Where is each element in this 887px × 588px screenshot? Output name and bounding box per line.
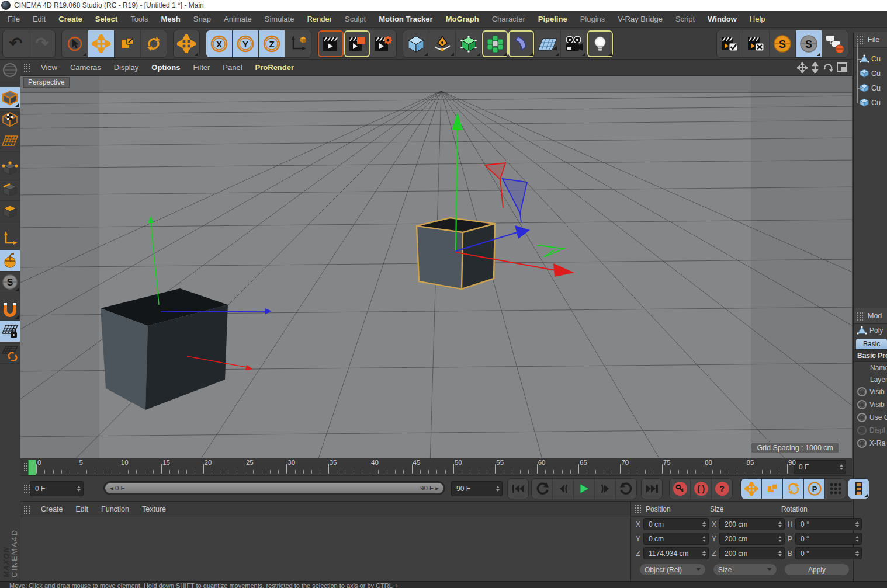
viewport-3d-scene[interactable]: Perspective Grid Spacing : 1000 cm bbox=[20, 76, 852, 458]
ruler-frame-field[interactable]: 0 F bbox=[794, 460, 846, 474]
render-to-picture-viewer-button[interactable] bbox=[344, 30, 370, 57]
menu-script[interactable]: Script bbox=[669, 15, 701, 23]
use-color-row[interactable]: Use C bbox=[854, 411, 887, 424]
viewport-solo-button[interactable]: S bbox=[0, 272, 20, 293]
sketch-and-toon-button[interactable]: S bbox=[769, 30, 795, 57]
tweak-mode-button[interactable] bbox=[0, 250, 20, 272]
toggle-view-icon[interactable] bbox=[837, 62, 847, 72]
xray-row[interactable]: X-Ra bbox=[854, 437, 887, 450]
apply-button[interactable]: Apply bbox=[785, 564, 849, 575]
polygons-mode-button[interactable] bbox=[0, 201, 20, 222]
menu-simulate[interactable]: Simulate bbox=[258, 15, 301, 23]
zoom-view-icon[interactable] bbox=[811, 62, 819, 73]
scale-tool-button[interactable] bbox=[114, 30, 140, 57]
render-settings-button[interactable] bbox=[370, 30, 396, 57]
undo-button[interactable]: ↶ bbox=[3, 30, 29, 57]
live-selection-button[interactable] bbox=[62, 30, 88, 57]
visible-renderer-toggle[interactable] bbox=[857, 400, 867, 409]
frame-range-inner[interactable]: ◂ 0 F 90 F ▸ bbox=[105, 483, 444, 493]
visible-editor-row[interactable]: Visib bbox=[854, 385, 887, 398]
viewport-menu-cameras[interactable]: Cameras bbox=[64, 63, 108, 72]
position-x-field[interactable]: 0 cm bbox=[643, 518, 709, 530]
render-view-button[interactable] bbox=[318, 30, 344, 57]
material-menu-edit[interactable]: Edit bbox=[70, 505, 95, 513]
attribute-manager-header[interactable]: Mod bbox=[854, 308, 887, 324]
model-mode-button[interactable] bbox=[0, 87, 20, 109]
add-camera-button[interactable] bbox=[560, 30, 587, 57]
move-tool-button[interactable] bbox=[88, 30, 114, 57]
play-forwards-button[interactable] bbox=[615, 479, 636, 499]
scheme-layout-button[interactable] bbox=[822, 30, 848, 57]
remove-from-render-queue-button[interactable] bbox=[743, 30, 769, 57]
add-spline-pen-button[interactable] bbox=[429, 30, 455, 57]
size-x-field[interactable]: 200 cm bbox=[719, 518, 785, 530]
previous-frame-button[interactable] bbox=[552, 479, 573, 499]
menu-select[interactable]: Select bbox=[89, 15, 124, 23]
material-manager-grip[interactable] bbox=[23, 505, 31, 514]
menu-help[interactable]: Help bbox=[743, 15, 772, 23]
frame-spinner[interactable] bbox=[840, 464, 843, 470]
viewport-menu-filter[interactable]: Filter bbox=[186, 63, 216, 72]
material-list-empty[interactable] bbox=[20, 517, 630, 581]
key-position-toggle[interactable] bbox=[741, 479, 761, 499]
size-z-field[interactable]: 200 cm bbox=[719, 547, 785, 559]
enable-snap-button[interactable] bbox=[0, 299, 20, 321]
timeline-mode-button[interactable] bbox=[848, 479, 869, 499]
edges-mode-button[interactable] bbox=[0, 179, 20, 201]
object-manager-menu-file[interactable]: File bbox=[868, 36, 879, 44]
enable-axis-button[interactable] bbox=[0, 228, 20, 250]
menu-pipeline[interactable]: Pipeline bbox=[532, 15, 574, 23]
viewport-menu-panel[interactable]: Panel bbox=[216, 63, 248, 72]
rotation-h-field[interactable]: 0 ° bbox=[795, 518, 862, 530]
menu-tools[interactable]: Tools bbox=[124, 15, 154, 23]
next-frame-button[interactable] bbox=[594, 479, 615, 499]
menu-animate[interactable]: Animate bbox=[217, 15, 258, 23]
menu-mesh[interactable]: Mesh bbox=[155, 15, 187, 23]
coordinate-grip[interactable] bbox=[635, 505, 642, 513]
menu-window[interactable]: Window bbox=[701, 15, 743, 23]
key-parameter-toggle[interactable]: P bbox=[803, 479, 824, 499]
sketch-toggle-button[interactable]: S bbox=[795, 30, 822, 57]
workplane-mode-button[interactable] bbox=[0, 130, 20, 152]
menu-file[interactable]: File bbox=[1, 15, 26, 23]
timeline-ruler[interactable]: 0 F 051015202530354045505560657075808590 bbox=[20, 458, 852, 476]
pan-view-icon[interactable] bbox=[797, 62, 808, 73]
position-z-field[interactable]: 1174.934 cm bbox=[643, 547, 709, 559]
keyframe-options-button[interactable]: ? bbox=[711, 479, 732, 499]
lock-y-axis-button[interactable]: Y bbox=[232, 30, 258, 57]
key-rotation-toggle[interactable] bbox=[782, 479, 803, 499]
viewport-menu-prorender[interactable]: ProRender bbox=[249, 63, 300, 72]
visible-editor-toggle[interactable] bbox=[857, 387, 867, 396]
viewport-menu-options[interactable]: Options bbox=[145, 63, 186, 72]
view-name-label[interactable]: Perspective bbox=[23, 77, 70, 88]
menu-create[interactable]: Create bbox=[52, 15, 88, 23]
object-manager-grip[interactable] bbox=[857, 36, 864, 44]
frame-range-slider[interactable]: ◂ 0 F 90 F ▸ bbox=[103, 481, 445, 495]
points-mode-button[interactable] bbox=[0, 158, 20, 179]
add-to-render-queue-button[interactable] bbox=[717, 30, 743, 57]
position-y-field[interactable]: 0 cm bbox=[643, 533, 709, 545]
key-pla-toggle[interactable] bbox=[824, 479, 846, 499]
menu-motion-tracker[interactable]: Motion Tracker bbox=[372, 15, 439, 23]
rotation-b-field[interactable]: 0 ° bbox=[795, 547, 862, 559]
play-backwards-button[interactable] bbox=[532, 479, 552, 499]
add-deformer-button[interactable] bbox=[508, 30, 534, 57]
use-color-toggle[interactable] bbox=[857, 413, 867, 422]
tab-basic[interactable]: Basic bbox=[856, 339, 887, 349]
coordinate-system-button[interactable] bbox=[285, 30, 311, 57]
visible-renderer-row[interactable]: Visib bbox=[854, 398, 887, 411]
end-frame-spinner[interactable] bbox=[496, 486, 500, 492]
attribute-manager-mode-menu[interactable]: Mod bbox=[868, 312, 882, 320]
rotation-p-field[interactable]: 0 ° bbox=[795, 533, 862, 545]
material-menu-function[interactable]: Function bbox=[95, 505, 136, 513]
workplane-rotate-button[interactable] bbox=[0, 342, 20, 364]
add-mograph-cloner-button[interactable] bbox=[481, 30, 508, 57]
current-frame-marker[interactable] bbox=[28, 460, 36, 475]
menu-plugins[interactable]: Plugins bbox=[574, 15, 612, 23]
size-y-field[interactable]: 200 cm bbox=[719, 533, 785, 545]
lock-x-axis-button[interactable]: X bbox=[206, 30, 232, 57]
texture-mode-button[interactable] bbox=[0, 109, 20, 130]
goto-end-button[interactable] bbox=[642, 479, 662, 499]
rotate-tool-button[interactable] bbox=[140, 30, 167, 57]
move-tool-secondary-button[interactable] bbox=[173, 30, 200, 58]
